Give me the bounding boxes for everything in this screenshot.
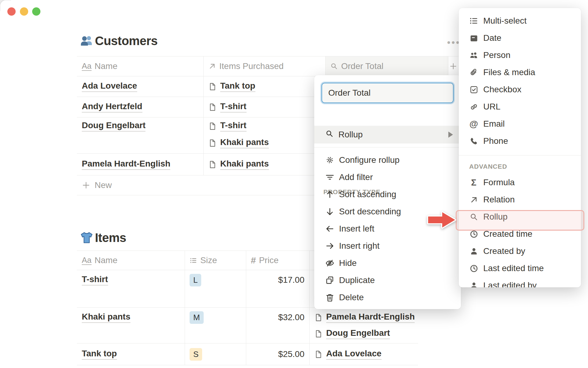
new-row-label: New xyxy=(95,180,112,190)
paperclip-icon xyxy=(469,68,478,77)
person-icon xyxy=(469,247,478,256)
item-customers-cell[interactable]: Ada Lovelace xyxy=(309,343,418,365)
number-hash-icon: # xyxy=(251,256,256,265)
customers-col-header-order-total[interactable]: Order Total xyxy=(325,56,448,76)
page-icon xyxy=(314,330,322,338)
table-more-options-button[interactable]: ••• xyxy=(447,37,461,48)
item-price-cell[interactable]: $17.00 xyxy=(246,270,309,307)
item-size-cell[interactable]: L xyxy=(185,270,246,307)
page-icon xyxy=(314,313,322,322)
minimize-window-button[interactable] xyxy=(20,7,28,16)
customers-col-header-name[interactable]: AaName xyxy=(77,56,203,76)
property-actions-list: Configure rollup Add filter Sort ascendi… xyxy=(314,151,461,306)
customer-name-cell[interactable]: Andy Hertzfeld xyxy=(77,97,203,117)
type-option-created-time[interactable]: Created time xyxy=(459,225,581,243)
text-type-icon: Aa xyxy=(82,256,92,265)
text-type-icon: Aa xyxy=(82,62,92,71)
customers-header-row: AaName Items Purchased Order Total xyxy=(77,56,458,76)
zoom-window-button[interactable] xyxy=(32,7,40,16)
item-price-cell[interactable]: $32.00 xyxy=(246,308,309,343)
items-table-title: Items xyxy=(80,231,126,245)
items-col-header-name[interactable]: AaName xyxy=(77,251,185,270)
item-name-cell[interactable]: Tank top xyxy=(77,343,185,365)
link-icon xyxy=(469,102,478,111)
menu-item-sort-ascending[interactable]: Sort ascending xyxy=(314,186,461,203)
type-option-date[interactable]: Date xyxy=(459,29,581,47)
submenu-caret-icon xyxy=(448,132,453,138)
page-icon xyxy=(208,122,217,130)
duplicate-icon xyxy=(325,276,334,285)
customers-table-title: Customers xyxy=(80,34,157,48)
phone-icon xyxy=(469,137,478,146)
page-icon xyxy=(208,139,217,147)
type-option-files-media[interactable]: Files & media xyxy=(459,64,581,81)
type-option-person[interactable]: Person xyxy=(459,47,581,64)
calendar-icon xyxy=(469,34,478,43)
type-option-relation[interactable]: Relation xyxy=(459,191,581,208)
menu-item-delete[interactable]: Delete xyxy=(314,289,461,306)
busts-in-silhouette-emoji-icon xyxy=(80,34,94,48)
arrow-down-icon xyxy=(325,207,334,216)
menu-item-sort-descending[interactable]: Sort descending xyxy=(314,203,461,220)
relation-arrow-icon xyxy=(469,195,478,204)
menu-divider xyxy=(314,147,461,148)
item-name-cell[interactable]: T-shirt xyxy=(77,270,185,307)
type-option-created-by[interactable]: Created by xyxy=(459,243,581,260)
type-option-last-edited-time[interactable]: Last edited time xyxy=(459,260,581,277)
notion-window: Customers ••• AaName Items Purchased Ord… xyxy=(0,0,588,368)
select-list-icon xyxy=(190,257,197,264)
property-edit-menu: PROPERTY TYPE Rollup Configure rollup Ad… xyxy=(314,75,461,309)
menu-divider xyxy=(459,155,581,155)
advanced-section-label: ADVANCED xyxy=(469,163,581,170)
menu-item-hide[interactable]: Hide xyxy=(314,255,461,272)
items-col-header-price[interactable]: #Price xyxy=(246,251,309,270)
item-size-cell[interactable]: M xyxy=(185,308,246,343)
type-option-last-edited-by[interactable]: Last edited by xyxy=(459,277,581,287)
type-option-phone[interactable]: Phone xyxy=(459,132,581,150)
people-icon xyxy=(469,51,478,60)
rollup-search-icon xyxy=(469,213,478,221)
menu-item-insert-left[interactable]: Insert left xyxy=(314,220,461,237)
property-name-input[interactable] xyxy=(322,83,453,102)
page-icon xyxy=(208,160,217,169)
customer-name-cell[interactable]: Pamela Hardt-English xyxy=(77,154,203,175)
type-option-url[interactable]: URL xyxy=(459,98,581,115)
add-property-button[interactable] xyxy=(448,56,458,76)
items-purchased-cell[interactable]: T-shirt Khaki pants xyxy=(203,117,325,153)
checkbox-icon xyxy=(469,85,478,94)
eye-slash-icon xyxy=(325,259,334,268)
arrow-left-icon xyxy=(325,224,334,233)
items-purchased-cell[interactable]: Tank top xyxy=(203,76,325,97)
size-tag: L xyxy=(190,274,201,286)
items-purchased-cell[interactable]: Khaki pants xyxy=(203,154,325,175)
menu-item-insert-right[interactable]: Insert right xyxy=(314,237,461,255)
menu-item-duplicate[interactable]: Duplicate xyxy=(314,272,461,289)
clock-icon xyxy=(469,230,478,239)
item-price-cell[interactable]: $25.00 xyxy=(246,343,309,365)
basic-types-list: Multi-select Date Person Files & media C… xyxy=(459,8,581,150)
item-name-cell[interactable]: Khaki pants xyxy=(77,308,185,343)
items-title-text: Items xyxy=(95,231,126,245)
t-shirt-emoji-icon xyxy=(80,231,94,245)
type-option-multi-select[interactable]: Multi-select xyxy=(459,12,581,29)
item-customers-cell[interactable]: Pamela Hardt-English Doug Engelbart xyxy=(309,308,418,343)
relation-arrow-icon xyxy=(208,62,216,70)
arrow-right-icon xyxy=(325,241,334,251)
menu-item-add-filter[interactable]: Add filter xyxy=(314,169,461,186)
multi-select-list-icon xyxy=(469,16,478,25)
close-window-button[interactable] xyxy=(7,7,16,16)
person-icon xyxy=(469,281,478,288)
customer-name-cell[interactable]: Ada Lovelace xyxy=(77,76,203,97)
items-purchased-cell[interactable]: T-shirt xyxy=(203,97,325,117)
item-size-cell[interactable]: S xyxy=(185,343,246,365)
menu-item-configure-rollup[interactable]: Configure rollup xyxy=(314,151,461,169)
type-option-formula[interactable]: Σ Formula xyxy=(459,174,581,191)
items-col-header-size[interactable]: Size xyxy=(185,251,246,270)
type-option-checkbox[interactable]: Checkbox xyxy=(459,81,581,98)
current-property-type-rollup[interactable]: Rollup xyxy=(314,126,461,144)
customers-col-header-items-purchased[interactable]: Items Purchased xyxy=(203,56,325,76)
type-option-rollup[interactable]: Rollup xyxy=(459,208,581,225)
at-sign-icon: @ xyxy=(469,120,478,128)
customer-name-cell[interactable]: Doug Engelbart xyxy=(77,117,203,153)
type-option-email[interactable]: @ Email xyxy=(459,115,581,132)
